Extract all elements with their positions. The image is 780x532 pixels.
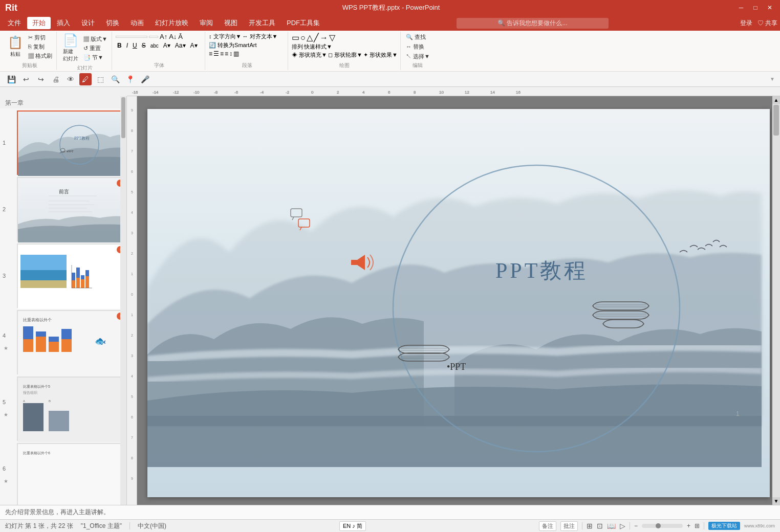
menu-developer[interactable]: 开发工具	[244, 17, 280, 29]
align-center-btn[interactable]: ☰	[213, 50, 219, 57]
scroll-up-btn[interactable]: ▲	[772, 96, 780, 104]
font-size-select[interactable]	[149, 36, 158, 38]
quick-style-btn[interactable]: 快速样式▼	[304, 43, 332, 51]
menu-design[interactable]: 设计	[76, 17, 100, 29]
lang-selector[interactable]: EN ♪ 简	[339, 521, 366, 531]
justify-btn[interactable]: ≡	[225, 50, 228, 57]
slide-star-4: ★	[4, 345, 8, 351]
menu-insert[interactable]: 插入	[52, 17, 75, 29]
align-text-btn[interactable]: ↔ 对齐文本▼	[242, 33, 277, 40]
font-size-decrease[interactable]: A↓	[169, 33, 177, 40]
italic-button[interactable]: I	[125, 41, 129, 50]
qa-draw[interactable]: 🖊	[79, 73, 92, 85]
slideshow-btn[interactable]: ▷	[620, 522, 625, 530]
menu-file[interactable]: 文件	[3, 17, 26, 29]
notes-area[interactable]: 先介绍背景景信息，再进入主题讲解。	[0, 505, 780, 519]
scroll-thumb-right[interactable]	[773, 105, 779, 136]
qa-redo[interactable]: ↪	[35, 73, 47, 85]
comments-toggle[interactable]: 批注	[560, 521, 578, 531]
shape-outline-btn[interactable]: ◻ 形状轮廓▼	[328, 51, 362, 59]
menu-transitions[interactable]: 切换	[101, 17, 124, 29]
align-left-btn[interactable]: ≡	[209, 50, 212, 57]
menu-slideshow[interactable]: 幻灯片放映	[150, 17, 193, 29]
shape-fill-btn[interactable]: ◈ 形状填充▼	[292, 51, 327, 59]
paste-button[interactable]: 📋 粘贴	[5, 33, 26, 61]
layout-button[interactable]: ▦ 版式▼	[82, 35, 109, 43]
scroll-down-btn[interactable]: ▼	[772, 497, 780, 505]
notes-toggle[interactable]: 备注	[539, 521, 556, 531]
normal-view-btn[interactable]: ⊞	[587, 522, 593, 530]
qa-frame[interactable]: ⬚	[94, 73, 106, 85]
select-button[interactable]: ↖ 选择▼	[404, 52, 431, 61]
svg-text:4: 4	[131, 374, 133, 378]
slide-canvas[interactable]: PPT教程 •PPT	[147, 109, 770, 497]
triangle-shape[interactable]: △	[307, 33, 313, 42]
qa-print-preview[interactable]: 🖨	[50, 73, 62, 85]
minimize-button[interactable]: ─	[736, 3, 746, 13]
text-highlight[interactable]: Aa▾	[174, 41, 187, 50]
strikethrough-button[interactable]: S	[140, 41, 147, 50]
replace-button[interactable]: ↔ 替换	[404, 42, 431, 51]
shape-effect-btn[interactable]: ✦ 形状效果▼	[363, 51, 398, 59]
scroll-thumb[interactable]	[121, 97, 125, 138]
clear-format-button[interactable]: Ā	[178, 33, 183, 40]
qa-view[interactable]: 👁	[64, 73, 77, 85]
text-direction-btn[interactable]: ↕ 文字方向▼	[209, 33, 241, 40]
line-spacing-btn[interactable]: ↕	[229, 50, 232, 57]
underline-button[interactable]: U	[131, 41, 139, 50]
canvas-scrollbar-right[interactable]: ▲ ▼	[772, 96, 780, 505]
slide-thumb-1[interactable]: 1	[13, 110, 118, 175]
qa-save[interactable]: 💾	[5, 73, 17, 85]
more-shapes[interactable]: ▽	[329, 33, 335, 42]
qa-undo[interactable]: ↩	[20, 73, 32, 85]
slide-panel-scrollbar[interactable]	[120, 96, 126, 505]
menu-home[interactable]: 开始	[27, 17, 51, 29]
qa-search[interactable]: 🔍	[109, 73, 121, 85]
menu-view[interactable]: 视图	[219, 17, 243, 29]
restore-button[interactable]: □	[750, 3, 761, 13]
circle-shape[interactable]: ○	[300, 33, 306, 42]
font-size-increase[interactable]: A↑	[160, 33, 167, 40]
share-button[interactable]: ♡ 共享	[757, 19, 777, 28]
column-btn[interactable]: ▥	[233, 50, 239, 57]
arrange-btn[interactable]: 排列	[292, 43, 303, 51]
cut-button[interactable]: ✂ 剪切	[27, 33, 54, 42]
zoom-out-btn[interactable]: −	[634, 522, 638, 529]
menu-animations[interactable]: 动画	[125, 17, 149, 29]
menu-review[interactable]: 审阅	[194, 17, 218, 29]
qa-pin[interactable]: 📍	[124, 73, 136, 85]
align-right-btn[interactable]: ≡	[220, 50, 224, 57]
rect-shape[interactable]: ▭	[292, 33, 299, 42]
slide-thumb-4[interactable]: 4 ★ ! 比重表格以外个	[13, 310, 118, 374]
copy-button[interactable]: ⎘ 复制	[27, 42, 54, 51]
bold-button[interactable]: B	[116, 41, 123, 50]
font-name-select[interactable]	[116, 36, 147, 38]
section-button[interactable]: 📑 节▼	[82, 53, 109, 62]
slide-thumb-3[interactable]: 3 !	[13, 243, 118, 308]
slide-thumb-6[interactable]: 6 ★ 比重表格以外个6	[13, 443, 118, 505]
zoom-slider[interactable]	[642, 524, 683, 528]
fit-page-btn[interactable]: ⊞	[695, 522, 700, 529]
arrow-shape[interactable]: →	[320, 33, 328, 42]
format-painter-button[interactable]: ▦ 格式刷	[27, 52, 54, 60]
font-color-button[interactable]: A▾	[162, 41, 172, 50]
zoom-thumb[interactable]	[656, 523, 661, 528]
slide-sorter-btn[interactable]: ⊡	[597, 522, 603, 530]
subscript-button[interactable]: abc	[149, 42, 160, 49]
reset-button[interactable]: ↺ 重置	[82, 44, 109, 53]
reading-view-btn[interactable]: 📖	[607, 522, 616, 530]
new-slide-button[interactable]: 📄 新建幻灯片	[60, 33, 81, 63]
login-button[interactable]: 登录	[740, 19, 752, 28]
close-button[interactable]: ✕	[765, 3, 775, 13]
search-box[interactable]: 🔍 告诉我您想要做什么...	[457, 18, 608, 29]
font-color-fill[interactable]: A▾	[189, 41, 199, 50]
slide-thumb-2[interactable]: 2 ! 前言	[13, 177, 118, 241]
line-shape[interactable]: ╱	[314, 33, 319, 42]
slide-thumb-5[interactable]: 5 ★ 比重表格以外个5 报告组织 A B	[13, 376, 118, 441]
zoom-in-btn[interactable]: +	[687, 522, 690, 529]
menu-pdf[interactable]: PDF工具集	[281, 17, 325, 29]
find-button[interactable]: 🔍 查找	[404, 33, 431, 41]
convert-smartart-btn[interactable]: 🔄 转换为SmartArt	[209, 41, 256, 49]
qa-voice[interactable]: 🎤	[139, 73, 151, 85]
qa-expand[interactable]: ▼	[770, 76, 775, 82]
